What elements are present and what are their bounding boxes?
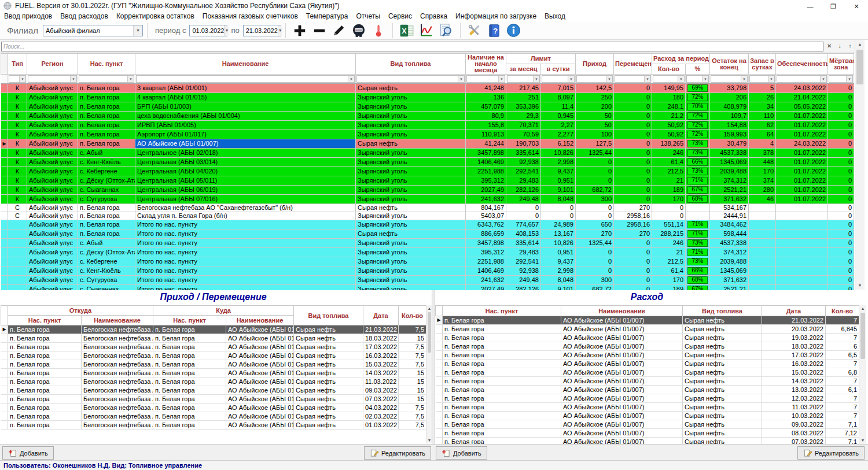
cell-fuel[interactable]: Сырая нефть (683, 394, 762, 403)
menu-item[interactable]: Справка (416, 12, 451, 21)
cell-dead-zone[interactable]: 0 (828, 158, 854, 167)
col-header-expense-group[interactable]: Расход за период (652, 54, 710, 64)
col-header-transfer[interactable]: Перемещение (614, 54, 652, 75)
col-header-expense-pct[interactable]: % (686, 64, 710, 75)
cell-limit-daily[interactable]: 0 (541, 212, 576, 220)
cell-type[interactable]: К (8, 112, 27, 121)
cell-settlement[interactable]: с. Кенг-Кюёль (78, 267, 135, 276)
cell-date[interactable]: 15.03.2022 (762, 368, 826, 377)
cell-days-stock[interactable]: 34 (749, 102, 776, 112)
cell-qty[interactable]: 7,5 (399, 343, 426, 351)
cell-type[interactable] (8, 230, 27, 239)
cell-expense-pct[interactable]: 72% (686, 130, 710, 139)
cell-settlement[interactable]: с. Сутуруоха (78, 276, 135, 285)
column-filter-dropdown[interactable]: ▼ (507, 75, 540, 83)
cell-start-balance[interactable]: 1406,469 (466, 267, 506, 276)
cell-end-balance[interactable]: 598,444 (710, 230, 749, 239)
cell-type[interactable] (8, 220, 27, 230)
cell-end-balance[interactable]: 371,632 (710, 276, 749, 285)
minimize-button[interactable]: — (799, 0, 822, 13)
cell-limit-month[interactable]: 92,938 (506, 267, 541, 276)
cell-fuel[interactable]: Сырая нефть (356, 204, 466, 212)
cell-expense-pct[interactable]: 71% (686, 230, 710, 239)
cell-fuel[interactable]: Сырая нефть (294, 334, 363, 343)
cell-income[interactable]: 270 (576, 230, 614, 239)
cell-fuel[interactable]: Сырая нефть (294, 421, 363, 430)
cell-from-settlement[interactable]: п. Белая гора (8, 404, 82, 412)
cell-date[interactable]: 12.03.2022 (762, 394, 826, 403)
edit-income-button[interactable]: Редактировать (364, 446, 431, 460)
cell-income[interactable]: 50 (576, 112, 614, 121)
cell-transfer[interactable]: 0 (614, 176, 652, 186)
cell-income[interactable]: 0 (576, 248, 614, 257)
expense-row[interactable]: п. Белая гораАО Абыйское (АБЫ 01/007)Сыр… (436, 429, 859, 438)
col-header-to-settlement[interactable]: Нас. пункт (153, 316, 226, 325)
cell-to-name[interactable]: АО Абыйское (АБЫ 01/007) (226, 369, 294, 378)
cell-from-name[interactable]: Белогоская нефтебаза АО "Са (82, 325, 153, 334)
cell-settlement[interactable]: п. Белая гора (443, 412, 561, 420)
menu-item[interactable]: Ввод приходов (0, 12, 56, 21)
cell-qty[interactable]: 7 (826, 394, 859, 403)
cell-expense-qty[interactable]: 21 (652, 248, 686, 257)
cell-name[interactable]: АО Абыйское (АБЫ 01/007) (561, 394, 683, 403)
cell-fuel[interactable]: Сырая нефть (683, 368, 762, 377)
cell-supply-until[interactable] (776, 230, 828, 239)
menu-item[interactable]: Отчеты (352, 12, 384, 21)
cell-fuel[interactable]: Сырая нефть (294, 404, 363, 412)
cell-limit-daily[interactable]: 13,167 (541, 230, 576, 239)
income-row[interactable]: п. Белая гораБелогоская нефтебаза АО "Са… (1, 360, 426, 369)
col-header-fuel[interactable]: Вид топлива (683, 306, 762, 316)
scroll-up-icon[interactable]: ▲ (855, 40, 865, 49)
cell-days-stock[interactable]: 5 (749, 84, 776, 93)
cell-type[interactable] (8, 248, 27, 257)
cell-days-stock[interactable]: 378 (749, 149, 776, 158)
cell-settlement[interactable]: п. Белая гора (78, 102, 135, 112)
col-header-from-name[interactable]: Наименование (82, 316, 153, 325)
cell-qty[interactable]: 6,1 (826, 386, 859, 394)
cell-dead-zone[interactable]: 0 (828, 204, 854, 212)
cell-start-balance[interactable]: 41,244 (466, 139, 506, 149)
cell-days-stock[interactable] (749, 239, 776, 248)
menu-item[interactable]: Корректировка остатков (112, 12, 198, 21)
cell-transfer[interactable]: 0 (614, 248, 652, 257)
cell-end-balance[interactable]: 374,312 (710, 248, 749, 257)
cell-start-balance[interactable]: 3457,898 (466, 239, 506, 248)
cell-type[interactable]: К (8, 195, 27, 204)
cell-expense-qty[interactable]: 149,95 (652, 84, 686, 93)
cell-end-balance[interactable]: 30,479 (710, 139, 749, 149)
cell-end-balance[interactable]: 534,167 (710, 204, 749, 212)
cell-settlement[interactable]: с. Дёску (Оттох-Атах) (78, 248, 135, 257)
cell-start-balance[interactable]: 886,659 (466, 230, 506, 239)
cell-transfer[interactable]: 0 (614, 93, 652, 102)
fuel-object-row[interactable]: КАбыйский улусп. Белая гораБРП (АБЫ 01/0… (1, 102, 854, 112)
expense-row[interactable]: п. Белая гораАО Абыйское (АБЫ 01/007)Сыр… (436, 412, 859, 420)
cell-expense-pct[interactable]: 72% (686, 112, 710, 121)
cell-date[interactable]: 21.03.2022 (762, 316, 826, 325)
cell-qty[interactable]: 7 (826, 412, 859, 420)
cell-date[interactable]: 16.03.2022 (363, 351, 399, 360)
cell-end-balance[interactable]: 4537,338 (710, 239, 749, 248)
income-row[interactable]: п. Белая гораБелогоская нефтебаза АО "Са… (1, 421, 426, 430)
cell-from-name[interactable]: Белогоская нефтебаза АО "Са (82, 395, 153, 404)
cell-to-settlement[interactable]: п. Белая гора (153, 404, 226, 412)
cell-name[interactable]: АО Абыйское (АБЫ 01/007) (561, 334, 683, 342)
cell-expense-qty[interactable]: 288,215 (652, 230, 686, 239)
cell-limit-daily[interactable]: 8,048 (541, 195, 576, 204)
cell-start-balance[interactable]: 3457,898 (466, 149, 506, 158)
col-header-fuel[interactable]: Вид топлива (356, 54, 466, 75)
filter-cell[interactable]: ▼ (506, 75, 541, 84)
cell-from-name[interactable]: Белогоская нефтебаза АО "Са (82, 369, 153, 378)
search-clear-button[interactable]: ✕ (825, 41, 834, 51)
fuel-object-row[interactable]: Абыйский улусс. Дёску (Оттох-Атах)Итого … (1, 248, 854, 257)
cell-limit-month[interactable]: 92,938 (506, 158, 541, 167)
cell-to-settlement[interactable]: п. Белая гора (153, 421, 226, 430)
cell-supply-until[interactable] (776, 212, 828, 220)
cell-limit-month[interactable]: 249,48 (506, 276, 541, 285)
cell-transfer[interactable]: 0 (614, 186, 652, 195)
fuel-object-row[interactable]: КАбыйский улусс. Кенг-КюёльЦентральная (… (1, 158, 854, 167)
cell-dead-zone[interactable]: 0 (828, 186, 854, 195)
cell-transfer[interactable]: 0 (614, 139, 652, 149)
main-grid-scrollbar[interactable]: ▲ ▼ (855, 40, 865, 290)
cell-income[interactable]: 300 (576, 276, 614, 285)
cell-fuel[interactable]: Сырая нефть (294, 360, 363, 369)
